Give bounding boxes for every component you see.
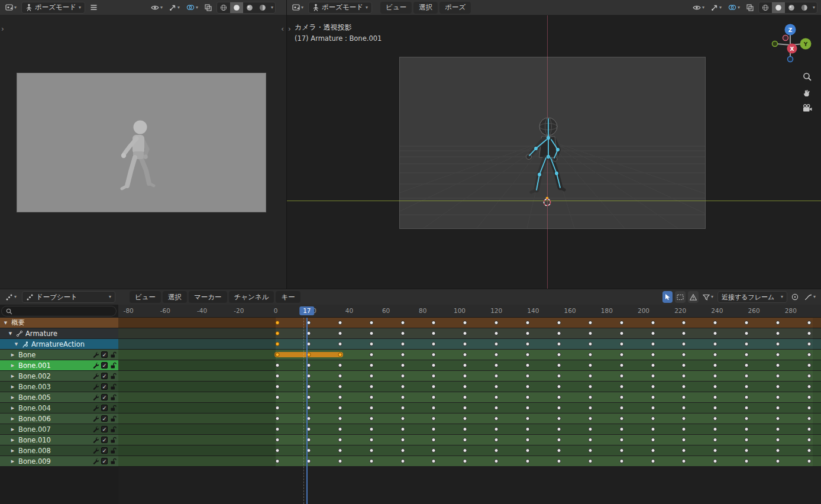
channel-row[interactable]: ▶Bone.001✓ [0, 360, 118, 370]
keyframe[interactable] [400, 331, 405, 335]
channel-enabled-checkbox[interactable]: ✓ [101, 447, 108, 454]
wrench-icon[interactable] [92, 362, 99, 369]
keyframe[interactable] [526, 448, 530, 453]
keyframe[interactable] [276, 385, 280, 389]
keyframe[interactable] [745, 395, 749, 399]
keyframe[interactable] [369, 427, 373, 431]
lock-open-icon[interactable] [110, 362, 117, 369]
gizmo-dropdown[interactable]: ▾ [167, 2, 182, 14]
channel-row[interactable]: ▶Bone.005✓ [0, 392, 118, 402]
chevron-down-icon[interactable]: ▾ [269, 5, 275, 10]
keyframe[interactable] [651, 363, 655, 367]
keyframe[interactable] [807, 406, 811, 410]
keyframe[interactable] [619, 342, 623, 346]
keyframe[interactable] [776, 363, 780, 367]
dopesheet-mode-dropdown[interactable]: ドープシート▾ [22, 291, 115, 303]
keyframe[interactable] [494, 438, 499, 442]
keyframe[interactable] [369, 448, 373, 453]
lock-open-icon[interactable] [110, 447, 117, 454]
keyframe[interactable] [557, 363, 561, 367]
keyframe[interactable] [557, 342, 561, 346]
keyframe-row[interactable] [118, 318, 821, 328]
channel-enabled-checkbox[interactable]: ✓ [101, 458, 108, 464]
keyframe[interactable] [494, 353, 499, 357]
keyframe[interactable] [494, 406, 499, 410]
keyframe-row[interactable] [118, 392, 821, 402]
keyframe-row[interactable] [118, 382, 821, 392]
keyframe[interactable] [276, 395, 280, 399]
channel-label[interactable]: Bone.008 [18, 447, 90, 455]
keyframe[interactable] [338, 374, 342, 378]
keyframe[interactable] [400, 374, 405, 378]
triangle-right-icon[interactable]: ▶ [9, 374, 16, 379]
toolbar-expand-chevron-icon[interactable]: › [288, 25, 291, 33]
show-hidden-toggle[interactable] [675, 291, 686, 303]
keyframe[interactable] [619, 331, 623, 335]
keyframe[interactable] [338, 459, 342, 463]
keyframe[interactable] [369, 459, 373, 463]
keyframe[interactable] [776, 353, 780, 357]
keyframe[interactable] [463, 321, 467, 325]
keyframe[interactable] [682, 353, 686, 357]
triangle-right-icon[interactable]: ▶ [9, 459, 16, 464]
keyframe[interactable] [338, 363, 342, 367]
keyframe[interactable] [400, 438, 405, 442]
keyframe-selected[interactable] [276, 321, 280, 325]
keyframe[interactable] [682, 331, 686, 335]
filter-dropdown[interactable]: ▾ [701, 291, 715, 303]
hamburger-menu-button[interactable] [88, 2, 99, 14]
playhead-line[interactable] [306, 318, 308, 504]
keyframe[interactable] [338, 438, 342, 442]
keyframe[interactable] [713, 385, 717, 389]
show-errors-toggle[interactable] [688, 291, 699, 303]
shading-material-icon[interactable] [785, 2, 798, 14]
keyframe[interactable] [463, 374, 467, 378]
keyframe[interactable] [494, 363, 499, 367]
keyframe[interactable] [776, 459, 780, 463]
keyframe-row[interactable] [118, 360, 821, 370]
keyframe[interactable] [432, 385, 436, 389]
keyframe-selected[interactable] [276, 331, 280, 335]
keyframe[interactable] [400, 363, 405, 367]
triangle-right-icon[interactable]: ▶ [9, 438, 16, 442]
keyframe[interactable] [776, 427, 780, 431]
triangle-down-icon[interactable]: ▼ [2, 321, 9, 325]
keyframe-row[interactable] [118, 456, 821, 466]
channel-enabled-checkbox[interactable]: ✓ [101, 415, 108, 422]
keyframe[interactable] [588, 374, 592, 378]
keyframe[interactable] [807, 459, 811, 463]
keyframe[interactable] [745, 342, 749, 346]
keyframe[interactable] [619, 459, 623, 463]
keyframe[interactable] [713, 459, 717, 463]
wrench-icon[interactable] [92, 351, 99, 358]
lock-open-icon[interactable] [110, 351, 117, 358]
keyframe[interactable] [682, 416, 686, 421]
keyframe[interactable] [494, 416, 499, 421]
wrench-icon[interactable] [92, 426, 99, 432]
keyframe[interactable] [432, 342, 436, 346]
keyframe[interactable] [369, 438, 373, 442]
keyframe[interactable] [776, 406, 780, 410]
channel-enabled-checkbox[interactable]: ✓ [101, 437, 108, 443]
keyframe-selected[interactable] [276, 353, 280, 357]
navigation-gizmo[interactable]: Z Y X [768, 20, 813, 65]
keyframe[interactable] [807, 395, 811, 399]
menu-item[interactable]: マーカー [189, 291, 227, 303]
keyframe[interactable] [619, 395, 623, 399]
gizmo-x-neg-axis[interactable] [783, 35, 788, 41]
keyframe[interactable] [369, 406, 373, 410]
keyframe[interactable] [494, 427, 499, 431]
channel-label[interactable]: Bone.007 [18, 425, 90, 434]
keyframe[interactable] [682, 438, 686, 442]
gizmo-y-neg-axis[interactable] [772, 41, 778, 47]
channel-row[interactable]: ▶Bone.006✓ [0, 413, 118, 424]
keyframe[interactable] [276, 427, 280, 431]
keyframe[interactable] [276, 363, 280, 367]
keyframe[interactable] [745, 331, 749, 335]
menu-item[interactable]: チャンネル [229, 291, 274, 303]
keyframe[interactable] [807, 416, 811, 421]
wrench-icon[interactable] [92, 383, 99, 390]
wrench-icon[interactable] [92, 447, 99, 454]
keyframe[interactable] [276, 374, 280, 378]
xray-toggle[interactable] [203, 2, 214, 14]
